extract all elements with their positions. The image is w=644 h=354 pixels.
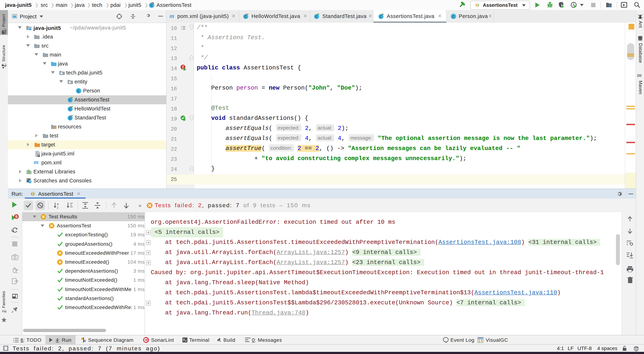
svg-text:C: C — [452, 14, 455, 18]
svg-text:a: a — [57, 202, 59, 206]
svg-text:C: C — [150, 3, 153, 8]
svg-text:z: z — [57, 206, 58, 209]
svg-text:9: 9 — [15, 214, 18, 219]
svg-text:C: C — [69, 116, 72, 120]
svg-text:C: C — [315, 14, 318, 18]
svg-text:C: C — [77, 89, 80, 93]
svg-text:C: C — [69, 107, 72, 111]
svg-text:C: C — [380, 14, 382, 18]
svg-text:C: C — [244, 14, 247, 18]
svg-text:C: C — [69, 98, 72, 102]
